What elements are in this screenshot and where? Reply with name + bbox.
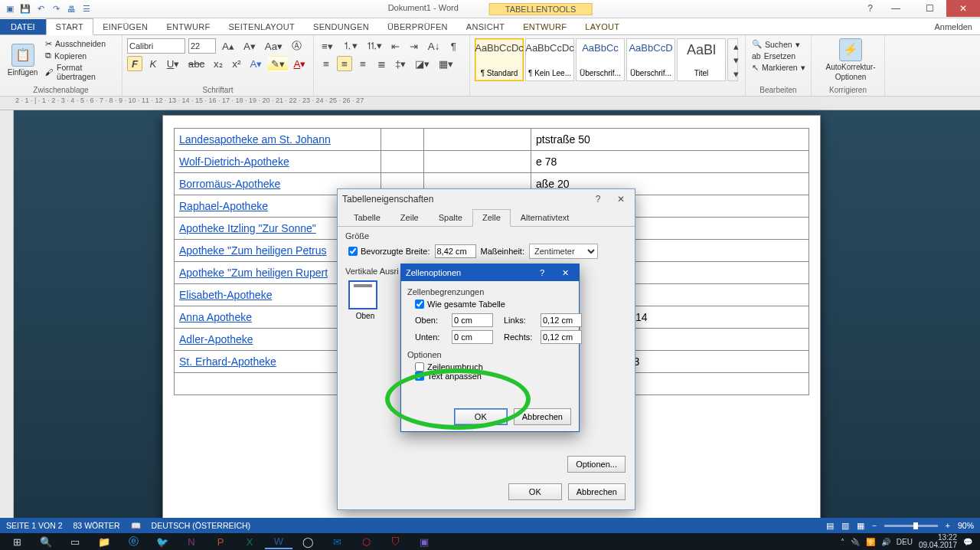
same-as-table-check[interactable]: Wie gesamte Tabelle (415, 300, 571, 309)
inc-indent-button[interactable]: ⇥ (407, 38, 422, 54)
volume-icon[interactable]: 🔊 (881, 538, 890, 546)
app-taskbar-icon[interactable]: ⬡ (352, 534, 380, 549)
pref-width-input[interactable] (435, 244, 476, 258)
tab-view[interactable]: ANSICHT (457, 19, 514, 34)
tray-language[interactable]: DEU (897, 538, 913, 546)
dialog2-ok-button[interactable]: OK (454, 408, 508, 425)
touch-icon[interactable]: ☰ (81, 4, 92, 15)
paste-button[interactable]: 📋 Einfügen (5, 44, 41, 77)
unit-select[interactable]: Zentimeter (529, 244, 598, 259)
dialog2-cancel-button[interactable]: Abbrechen (514, 408, 571, 425)
sort-button[interactable]: A↓ (425, 38, 443, 54)
dec-indent-button[interactable]: ⇤ (388, 38, 403, 54)
zoom-slider[interactable] (884, 525, 938, 527)
font-name-combo[interactable] (127, 38, 185, 54)
format-painter-button[interactable]: 🖌Format übertragen (44, 62, 117, 82)
margin-left-input[interactable] (541, 313, 582, 327)
address-cell[interactable]: e 78 (531, 151, 809, 173)
line-spacing-button[interactable]: ‡▾ (392, 56, 409, 71)
subscript-button[interactable]: x₂ (211, 56, 226, 71)
tray-date[interactable]: 09.04.2017 (919, 542, 957, 549)
zoom-level[interactable]: 90% (958, 521, 974, 530)
explorer-taskbar-icon[interactable]: 📁 (90, 534, 118, 549)
highlight-button[interactable]: ✎▾ (268, 56, 287, 71)
multilevel-button[interactable]: ⒒▾ (364, 38, 385, 54)
page-indicator[interactable]: SEITE 1 VON 2 (6, 521, 63, 530)
shrink-font-button[interactable]: A▾ (240, 38, 259, 54)
undo-icon[interactable]: ↶ (35, 4, 46, 15)
styles-more-button[interactable]: ▾ (728, 67, 743, 80)
minimize-button[interactable]: — (879, 0, 913, 17)
tray-expand-icon[interactable]: ˄ (841, 538, 844, 546)
dialog2-help-icon[interactable]: ? (533, 268, 551, 278)
city-cell[interactable] (424, 151, 531, 173)
style-standard[interactable]: AaBbCcDc¶ Standard (475, 38, 524, 81)
tab-zelle[interactable]: Zelle (472, 209, 511, 227)
app2-taskbar-icon[interactable]: ▣ (410, 534, 438, 549)
tab-alt[interactable]: Alternativtext (511, 209, 580, 226)
fontcolor-button[interactable]: A▾ (291, 56, 309, 71)
language-indicator[interactable]: DEUTSCH (ÖSTERREICH) (152, 521, 251, 530)
autocorrect-button[interactable]: ⚡ AutoKorrektur- Optionen (816, 38, 885, 81)
style-heading2[interactable]: AaBbCcDÜberschrif... (626, 38, 675, 81)
maximize-button[interactable]: ☐ (913, 0, 946, 17)
word-taskbar-icon[interactable]: W (265, 534, 292, 549)
view-web-icon[interactable]: ▦ (857, 521, 864, 530)
strike-button[interactable]: abc (185, 56, 207, 71)
shading-button[interactable]: ◪▾ (412, 56, 433, 71)
styles-down-button[interactable]: ▾ (728, 53, 743, 67)
select-button[interactable]: ↖Markieren ▾ (750, 62, 806, 73)
align-right-button[interactable]: ≡ (355, 56, 371, 71)
tab-review[interactable]: ÜBERPRÜFEN (378, 19, 457, 34)
address-cell[interactable]: ptstraße 50 (531, 129, 809, 151)
bold-button[interactable]: F (127, 56, 142, 71)
tab-tabelle[interactable]: Tabelle (344, 209, 390, 226)
dialog1-cancel-button[interactable]: Abbrechen (568, 483, 626, 500)
tab-zeile[interactable]: Zeile (390, 209, 429, 226)
chrome-taskbar-icon[interactable]: ◯ (294, 534, 322, 549)
view-print-icon[interactable]: ▥ (841, 521, 849, 530)
twitter-taskbar-icon[interactable]: 🐦 (149, 534, 176, 549)
view-read-icon[interactable]: ▤ (826, 521, 834, 530)
style-heading1[interactable]: AaBbCcÜberschrif... (576, 38, 625, 81)
notifications-icon[interactable]: 💬 (963, 538, 972, 546)
close-button[interactable]: ✕ (946, 0, 980, 17)
horizontal-ruler[interactable]: 2 · 1 · | · 1 · 2 · 3 · 4 · 5 · 6 · 7 · … (0, 97, 980, 110)
bullets-button[interactable]: ≡▾ (318, 38, 336, 54)
underline-button[interactable]: U▾ (164, 56, 182, 71)
dialog1-ok-button[interactable]: OK (508, 483, 562, 500)
pharmacy-name-cell[interactable]: Wolf-Dietrich-Apotheke (175, 151, 381, 173)
start-button[interactable]: ⊞ (3, 534, 31, 549)
word-count[interactable]: 83 WÖRTER (74, 521, 120, 530)
align-center-button[interactable]: ≡ (337, 56, 352, 71)
margin-top-input[interactable] (452, 313, 493, 327)
onenote-taskbar-icon[interactable]: N (178, 534, 205, 549)
zoom-out-button[interactable]: − (872, 521, 877, 530)
outlook-taskbar-icon[interactable]: ✉ (323, 534, 351, 549)
margin-right-input[interactable] (541, 330, 582, 344)
shield-taskbar-icon[interactable]: ⛉ (381, 534, 409, 549)
tab-spalte[interactable]: Spalte (429, 209, 472, 226)
ie-taskbar-icon[interactable]: ⓔ (119, 534, 147, 549)
dialog1-help-icon[interactable]: ? (589, 194, 607, 205)
dialog1-close-icon[interactable]: ✕ (612, 194, 630, 205)
vertical-ruler[interactable] (0, 110, 14, 518)
italic-button[interactable]: K (145, 56, 161, 71)
tab-table-layout[interactable]: LAYOUT (576, 19, 629, 34)
borders-button[interactable]: ▦▾ (436, 56, 456, 71)
tab-pagelayout[interactable]: SEITENLAYOUT (219, 19, 304, 34)
align-left-button[interactable]: ≡ (318, 56, 334, 71)
redo-icon[interactable]: ↷ (51, 4, 61, 15)
network-icon[interactable]: 🛜 (866, 538, 875, 546)
styles-up-button[interactable]: ▴ (728, 39, 743, 53)
tab-file[interactable]: DATEI (0, 19, 46, 34)
pharmacy-name-cell[interactable]: Landesapotheke am St. Johann (175, 129, 381, 151)
fit-text-check[interactable]: Text anpassen (415, 372, 571, 381)
margin-bottom-input[interactable] (452, 330, 493, 344)
pref-width-check[interactable]: Bevorzugte Breite: (348, 247, 430, 256)
options-button[interactable]: Optionen... (567, 456, 626, 473)
style-nospacing[interactable]: AaBbCcDc¶ Kein Lee... (525, 38, 574, 81)
copy-button[interactable]: ⧉Kopieren (44, 50, 117, 61)
signin-link[interactable]: Anmelden (926, 19, 980, 34)
texteffects-button[interactable]: A▾ (247, 56, 265, 71)
